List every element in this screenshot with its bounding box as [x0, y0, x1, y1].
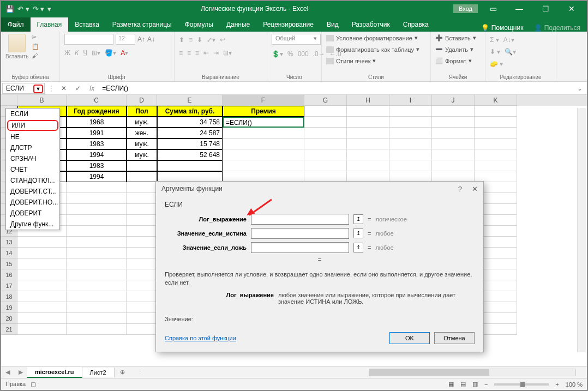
clear-icon[interactable]: 🧽 ▾ — [490, 60, 503, 68]
format-as-table-button[interactable]: Форматировать как таблицу ▾ — [326, 45, 419, 53]
format-painter-icon[interactable]: 🖌 — [32, 52, 39, 59]
cell[interactable]: 15 748 — [157, 139, 223, 149]
cell[interactable] — [475, 149, 517, 160]
cell[interactable] — [475, 160, 517, 171]
underline-icon[interactable]: Ч — [83, 49, 87, 57]
qat-more-icon[interactable]: ▾ — [47, 5, 51, 13]
cell[interactable] — [347, 149, 389, 160]
arg2-range-picker-icon[interactable]: ↥ — [353, 228, 363, 238]
align-right-icon[interactable]: ≡ — [195, 49, 199, 57]
cell[interactable] — [17, 291, 67, 302]
cell[interactable] — [127, 182, 157, 193]
cell[interactable] — [389, 171, 432, 182]
row-header[interactable]: 14 — [1, 248, 17, 258]
cell[interactable] — [17, 280, 67, 291]
cell[interactable] — [127, 291, 157, 302]
zoom-level[interactable]: 100 % — [566, 381, 583, 388]
sheet-tab-1[interactable]: microexcel.ru — [27, 367, 82, 378]
tab-developer[interactable]: Разработчик — [345, 17, 397, 32]
currency-icon[interactable]: 💲▾ — [272, 50, 283, 58]
indent-dec-icon[interactable]: ⇤ — [203, 49, 209, 57]
column-header[interactable]: C — [67, 95, 127, 106]
fill-color-icon[interactable]: 🪣▾ — [105, 49, 116, 57]
cell[interactable] — [304, 128, 347, 139]
cell[interactable] — [304, 149, 347, 160]
cell[interactable] — [127, 204, 157, 215]
column-header[interactable]: K — [475, 95, 517, 106]
format-cells-button[interactable]: ⬜ Формат ▾ — [435, 57, 472, 65]
font-name-combo[interactable] — [64, 34, 113, 45]
arg3-range-picker-icon[interactable]: ↥ — [353, 243, 363, 252]
tab-help[interactable]: Справка — [397, 17, 435, 32]
cell[interactable]: муж. — [127, 149, 157, 160]
cell[interactable]: 24 587 — [157, 128, 223, 139]
cell[interactable] — [17, 313, 67, 324]
cell[interactable] — [127, 258, 157, 269]
cell[interactable]: 52 648 — [157, 149, 223, 160]
row-header[interactable]: 18 — [1, 291, 17, 302]
cell[interactable]: Премия — [223, 106, 304, 117]
cell[interactable]: Пол — [127, 106, 157, 117]
cell[interactable] — [475, 139, 517, 149]
add-sheet-icon[interactable]: ⊕ — [115, 369, 130, 376]
row-header[interactable]: 21 — [1, 324, 17, 335]
cell[interactable] — [127, 237, 157, 248]
cell[interactable] — [17, 258, 67, 269]
cell[interactable] — [67, 226, 127, 237]
cell[interactable] — [347, 106, 389, 117]
align-center-icon[interactable]: ≡ — [187, 49, 191, 57]
delete-cells-button[interactable]: ➖ Удалить ▾ — [435, 45, 473, 53]
cell[interactable] — [389, 139, 432, 149]
cell[interactable] — [475, 171, 517, 182]
tab-layout[interactable]: Разметка страницы — [106, 17, 178, 32]
indent-inc-icon[interactable]: ⇥ — [213, 49, 219, 57]
cell[interactable] — [347, 160, 389, 171]
func-item[interactable]: ДОВЕРИТ — [6, 208, 59, 219]
cell[interactable] — [127, 324, 157, 335]
comma-icon[interactable]: 000 — [298, 50, 309, 58]
fx-icon[interactable]: fx — [85, 85, 99, 92]
cell[interactable] — [304, 160, 347, 171]
cell[interactable] — [389, 128, 432, 139]
name-box-dropdown-icon[interactable]: ▼ — [33, 85, 43, 93]
merge-icon[interactable]: ⊟▾ — [223, 49, 232, 57]
font-color-icon[interactable]: A▾ — [121, 49, 128, 57]
cell[interactable] — [432, 160, 475, 171]
cell[interactable] — [432, 128, 475, 139]
row-header[interactable]: 16 — [1, 269, 17, 280]
row-header[interactable]: 15 — [1, 258, 17, 269]
cell-styles-button[interactable]: Стили ячеек ▾ — [326, 57, 376, 65]
tab-review[interactable]: Рецензирование — [256, 17, 320, 32]
tab-insert[interactable]: Вставка — [68, 17, 106, 32]
border-icon[interactable]: ⊞▾ — [92, 49, 100, 57]
cell[interactable] — [432, 117, 475, 128]
cell[interactable] — [475, 128, 517, 139]
align-top-icon[interactable]: ⬆ — [179, 36, 184, 44]
cell[interactable]: 1994 — [67, 171, 127, 182]
redo-icon[interactable]: ↷ ▾ — [33, 5, 45, 13]
cell[interactable] — [432, 106, 475, 117]
arg2-input[interactable] — [251, 228, 349, 239]
cell[interactable] — [347, 128, 389, 139]
func-item[interactable]: ЕСЛИ — [6, 109, 59, 119]
column-header[interactable]: I — [389, 95, 432, 106]
cell[interactable]: 1968 — [67, 117, 127, 128]
cell[interactable]: 1994 — [67, 149, 127, 160]
zoom-slider[interactable] — [494, 383, 549, 386]
cell[interactable] — [67, 215, 127, 226]
cell[interactable]: 1983 — [67, 160, 127, 171]
func-item[interactable]: ДОВЕРИТ.СТ... — [6, 186, 59, 197]
cell[interactable] — [223, 149, 304, 160]
orientation-icon[interactable]: ⤢▾ — [207, 36, 215, 44]
cell[interactable] — [127, 160, 157, 171]
cell[interactable] — [127, 215, 157, 226]
row-header[interactable]: 13 — [1, 237, 17, 248]
conditional-formatting-button[interactable]: Условное форматирование ▾ — [326, 34, 418, 42]
name-box[interactable]: ЕСЛИ ▼ — [2, 83, 45, 94]
func-item[interactable]: Другие функ... — [6, 219, 59, 230]
column-header[interactable]: D — [127, 95, 157, 106]
cell[interactable] — [223, 160, 304, 171]
func-item[interactable]: СЧЁТ — [6, 164, 59, 175]
expand-formula-bar-icon[interactable]: ⌄ — [573, 85, 587, 92]
cell[interactable] — [432, 139, 475, 149]
